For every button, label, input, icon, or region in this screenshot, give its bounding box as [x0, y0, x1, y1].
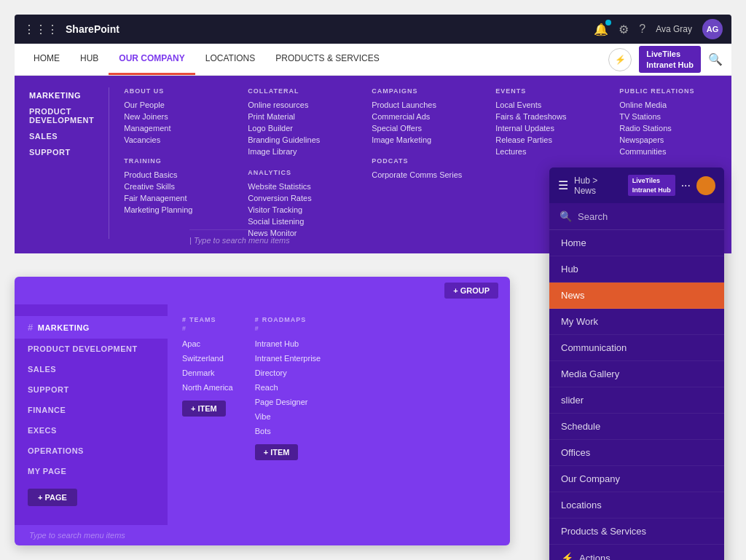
- bottom-panel-inner: # MARKETING PRODUCT DEVELOPMENT SALES SU…: [15, 304, 510, 525]
- mobile-avatar[interactable]: [696, 176, 715, 195]
- mega-col-item[interactable]: Release Parties: [495, 134, 597, 146]
- mobile-nav-actions[interactable]: ⚡ Actions: [549, 545, 724, 560]
- mega-col-item[interactable]: Product Launches: [372, 99, 474, 111]
- waffle-icon[interactable]: ⋮⋮⋮: [23, 23, 58, 36]
- mobile-panel: ☰ Hub > News LiveTiles Intranet Hub ··· …: [549, 167, 724, 560]
- roadmaps-hash-sub: #: [255, 325, 321, 332]
- add-item-button-1[interactable]: + ITEM: [182, 401, 226, 417]
- mega-col-item[interactable]: Logo Builder: [248, 122, 350, 134]
- avatar[interactable]: AG: [702, 19, 723, 39]
- mega-left-support[interactable]: SUPPORT: [29, 144, 94, 160]
- mega-col-item[interactable]: TV Stations: [619, 111, 721, 122]
- mega-left-sales[interactable]: SALES: [29, 128, 94, 144]
- mega-col-item[interactable]: Newspapers: [619, 134, 721, 146]
- mega-col-item[interactable]: Visitor Tracking: [248, 204, 350, 216]
- notification-icon[interactable]: 🔔: [594, 23, 608, 36]
- mobile-nav-hub[interactable]: Hub: [549, 256, 724, 283]
- bp-left-sales[interactable]: SALES: [15, 359, 168, 379]
- bp-left-operations[interactable]: OPERATIONS: [15, 441, 168, 461]
- bp-left-product-dev[interactable]: PRODUCT DEVELOPMENT: [15, 339, 168, 359]
- mega-col-item[interactable]: Social Listening: [248, 216, 350, 227]
- mega-col-item[interactable]: Lectures: [495, 146, 597, 157]
- mega-col-item[interactable]: Website Statistics: [248, 181, 350, 192]
- mobile-nav-offices[interactable]: Offices: [549, 440, 724, 466]
- bp-left-my-page[interactable]: MY PAGE: [15, 461, 168, 481]
- bp-item-page-designer[interactable]: Page Designer: [255, 395, 321, 409]
- mobile-hamburger-icon[interactable]: ☰: [558, 178, 568, 192]
- mega-col-item[interactable]: Vacancies: [124, 134, 226, 146]
- bp-item-intranet-enterprise[interactable]: Intranet Enterprise: [255, 351, 321, 366]
- mega-search[interactable]: | Type to search menu items: [189, 229, 290, 245]
- mega-training-title: TRAINING: [124, 157, 226, 165]
- bp-search-row[interactable]: Type to search menu items: [15, 525, 510, 545]
- mega-col-item[interactable]: Local Events: [495, 99, 597, 111]
- mobile-nav-our-company[interactable]: Our Company: [549, 466, 724, 492]
- nav-right: ⚡ LiveTiles Intranet Hub 🔍: [608, 46, 731, 73]
- bp-left-finance[interactable]: FINANCE: [15, 400, 168, 420]
- settings-icon[interactable]: ⚙: [619, 23, 629, 36]
- mega-col-item[interactable]: Image Library: [248, 146, 350, 157]
- add-item-button-2[interactable]: + ITEM: [255, 444, 299, 460]
- mega-left-marketing[interactable]: MARKETING: [29, 87, 94, 103]
- mega-col-item[interactable]: Conversion Rates: [248, 192, 350, 204]
- bp-item-apac[interactable]: Apac: [182, 336, 233, 351]
- mobile-nav-schedule[interactable]: Schedule: [549, 414, 724, 440]
- mobile-nav-slider[interactable]: slider: [549, 387, 724, 414]
- mega-col-item[interactable]: Management: [124, 122, 226, 134]
- mega-col-item[interactable]: Fairs & Tradeshows: [495, 111, 597, 122]
- mobile-nav-my-work[interactable]: My Work: [549, 309, 724, 335]
- mega-col-item[interactable]: Internal Updates: [495, 122, 597, 134]
- bp-item-north-america[interactable]: North America: [182, 380, 233, 395]
- add-group-button[interactable]: + GROUP: [444, 283, 498, 299]
- mobile-nav-news[interactable]: News: [549, 283, 724, 309]
- mega-col-item[interactable]: Communities: [619, 146, 721, 157]
- mega-col-item[interactable]: Marketing Planning: [124, 204, 226, 216]
- mobile-nav-locations[interactable]: Locations: [549, 492, 724, 518]
- bp-item-directory[interactable]: Directory: [255, 366, 321, 380]
- nav-our-company[interactable]: OUR COMPANY: [109, 44, 195, 75]
- mobile-nav-communication[interactable]: Communication: [549, 335, 724, 361]
- mega-col-item[interactable]: Branding Guidelines: [248, 134, 350, 146]
- bp-left-execs[interactable]: EXECS: [15, 420, 168, 441]
- bp-item-reach[interactable]: Reach: [255, 380, 321, 395]
- bp-left-support[interactable]: SUPPORT: [15, 379, 168, 400]
- nav-items: HOME HUB OUR COMPANY LOCATIONS PRODUCTS …: [23, 44, 608, 75]
- mega-col-item[interactable]: Online Media: [619, 99, 721, 111]
- mega-col-item[interactable]: Creative Skills: [124, 181, 226, 192]
- mega-col-item[interactable]: New Joiners: [124, 111, 226, 122]
- mega-col-item[interactable]: Online resources: [248, 99, 350, 111]
- bp-col-teams: # TEAMS # Apac Switzerland Denmark North…: [182, 316, 233, 513]
- mobile-nav-media-gallery[interactable]: Media Gallery: [549, 361, 724, 387]
- mega-col-item[interactable]: Image Marketing: [372, 134, 474, 146]
- mobile-nav-home[interactable]: Home: [549, 230, 724, 256]
- mega-col-item[interactable]: Commercial Ads: [372, 111, 474, 122]
- nav-circle-btn[interactable]: ⚡: [608, 48, 632, 71]
- bp-item-vibe[interactable]: Vibe: [255, 409, 321, 424]
- mega-col-collateral: COLLATERAL Online resources Print Materi…: [248, 87, 350, 239]
- mega-col-item[interactable]: Special Offers: [372, 122, 474, 134]
- help-icon[interactable]: ?: [639, 23, 645, 36]
- mega-col-item[interactable]: Product Basics: [124, 169, 226, 181]
- nav-home[interactable]: HOME: [23, 44, 70, 75]
- nav-products-services[interactable]: PRODUCTS & SERVICES: [265, 44, 389, 75]
- mobile-logo: LiveTiles Intranet Hub: [628, 175, 675, 196]
- nav-hub[interactable]: HUB: [70, 44, 109, 75]
- add-page-button[interactable]: + PAGE: [28, 489, 77, 506]
- mobile-search-row[interactable]: 🔍 Search: [549, 203, 724, 230]
- mega-col-item[interactable]: Corporate Comms Series: [372, 169, 474, 181]
- mobile-more-icon[interactable]: ···: [681, 179, 691, 192]
- nav-search-icon[interactable]: 🔍: [708, 52, 723, 66]
- bp-item-switzerland[interactable]: Switzerland: [182, 351, 233, 366]
- mega-col-item[interactable]: Our People: [124, 99, 226, 111]
- livetiles-logo: LiveTiles Intranet Hub: [639, 46, 701, 73]
- bp-item-bots[interactable]: Bots: [255, 424, 321, 438]
- bp-left-marketing[interactable]: # MARKETING: [15, 316, 168, 339]
- mega-left-product-dev[interactable]: PRODUCT DEVELOPMENT: [29, 103, 94, 128]
- nav-locations[interactable]: LOCATIONS: [195, 44, 265, 75]
- mobile-nav-products-services[interactable]: Products & Services: [549, 518, 724, 545]
- bp-item-intranet-hub[interactable]: Intranet Hub: [255, 336, 321, 351]
- mega-col-item[interactable]: Radio Stations: [619, 122, 721, 134]
- bp-item-denmark[interactable]: Denmark: [182, 366, 233, 380]
- mega-col-item[interactable]: Fair Management: [124, 192, 226, 204]
- mega-col-item[interactable]: Print Material: [248, 111, 350, 122]
